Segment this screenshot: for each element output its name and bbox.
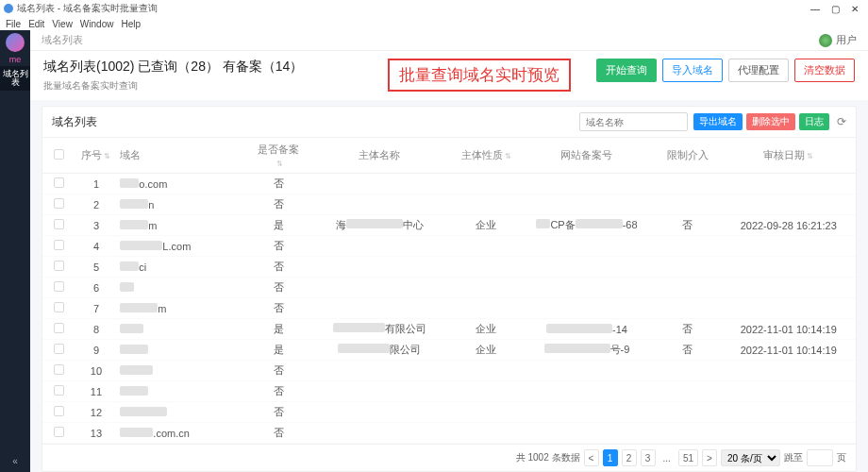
refresh-icon[interactable]: ⟳	[837, 115, 846, 128]
cell-beianno	[520, 298, 654, 319]
cell-beianno: -14	[520, 319, 654, 340]
preview-banner: 批量查询域名实时预览	[388, 59, 571, 92]
cell-zhutiname	[307, 194, 452, 215]
cell-idx: 6	[76, 278, 117, 298]
table-row: 5 ci 否	[42, 257, 856, 278]
row-checkbox[interactable]	[54, 427, 64, 437]
row-checkbox[interactable]	[54, 344, 64, 354]
cell-zhutinature	[453, 381, 520, 402]
cell-restrict	[654, 381, 721, 402]
col-beianno: 网站备案号	[520, 138, 654, 174]
clear-data-button[interactable]: 清空数据	[794, 59, 855, 82]
menu-help[interactable]: Help	[121, 19, 141, 29]
app-logo-icon	[6, 33, 25, 52]
row-checkbox[interactable]	[54, 198, 64, 209]
table-title: 域名列表	[52, 114, 579, 130]
cell-date	[721, 298, 856, 319]
table-row: 6 否	[42, 278, 856, 298]
cell-date: 2022-11-01 10:14:19	[721, 319, 856, 340]
window-max-button[interactable]: ▢	[831, 4, 840, 14]
cell-idx: 8	[76, 319, 117, 340]
import-domain-button[interactable]: 导入域名	[662, 59, 723, 82]
cell-isbeian: 否	[251, 423, 307, 444]
cell-zhutiname	[307, 361, 452, 381]
cell-date	[721, 257, 856, 278]
table-row: 3 m 是 海 中心 企业 CP备 -68 否 2022-09-28 16:21…	[42, 215, 856, 236]
cell-isbeian: 是	[251, 319, 307, 340]
window-min-button[interactable]: —	[810, 4, 820, 14]
log-button[interactable]: 日志	[799, 113, 829, 130]
row-checkbox[interactable]	[54, 385, 64, 396]
row-checkbox[interactable]	[54, 177, 64, 188]
row-checkbox[interactable]	[54, 261, 64, 271]
cell-date	[721, 278, 856, 298]
row-checkbox[interactable]	[54, 240, 64, 250]
col-zhutinature: 主体性质⇅	[453, 138, 520, 174]
cell-date	[721, 381, 856, 402]
window-close-button[interactable]: ✕	[851, 4, 859, 14]
cell-idx: 13	[76, 423, 117, 444]
menu-window[interactable]: Window	[80, 19, 114, 29]
cell-restrict	[654, 361, 721, 381]
menu-edit[interactable]: Edit	[28, 19, 44, 29]
pager-page-1[interactable]: 1	[603, 449, 618, 466]
menu-file[interactable]: File	[6, 19, 21, 29]
cell-beianno	[520, 174, 654, 194]
col-zhutiname: 主体名称	[307, 138, 452, 174]
pager-page-3[interactable]: 3	[641, 449, 656, 466]
row-checkbox[interactable]	[54, 281, 64, 292]
pager-prev[interactable]: <	[584, 449, 599, 466]
cell-domain: m	[116, 298, 250, 319]
table-row: 4 L.com 否	[42, 236, 856, 257]
avatar[interactable]	[819, 34, 832, 47]
cell-beianno	[520, 381, 654, 402]
cell-restrict	[654, 236, 721, 257]
cell-zhutiname: 限公司	[307, 340, 452, 361]
table-row: 2 n 否	[42, 194, 856, 215]
export-domain-button[interactable]: 导出域名	[693, 113, 743, 130]
cell-isbeian: 否	[251, 278, 307, 298]
table-row: 9 是 限公司 企业 号-9 否 2022-11-01 10:14:19	[42, 340, 856, 361]
cell-restrict: 否	[654, 215, 721, 236]
cell-zhutiname	[307, 381, 452, 402]
cell-domain: o.com	[116, 174, 250, 194]
search-input[interactable]	[579, 112, 688, 131]
cell-zhutinature	[453, 278, 520, 298]
row-checkbox[interactable]	[54, 364, 64, 375]
proxy-config-button[interactable]: 代理配置	[728, 59, 789, 82]
row-checkbox[interactable]	[54, 406, 64, 416]
cell-idx: 1	[76, 174, 117, 194]
cell-isbeian: 是	[251, 215, 307, 236]
table-row: 1 o.com 否	[42, 174, 856, 194]
user-label[interactable]: 用户	[836, 33, 857, 47]
cell-zhutinature: 企业	[453, 215, 520, 236]
sidebar-item-domain-list[interactable]: 域名列表	[0, 66, 30, 91]
start-query-button[interactable]: 开始查询	[596, 59, 657, 82]
select-all-checkbox[interactable]	[54, 149, 64, 160]
cell-zhutiname	[307, 402, 452, 423]
pager-next[interactable]: >	[702, 449, 717, 466]
cell-domain	[116, 319, 250, 340]
menu-view[interactable]: View	[52, 19, 73, 29]
delete-selected-button[interactable]: 删除选中	[746, 113, 795, 130]
pager-page-2[interactable]: 2	[622, 449, 637, 466]
cell-zhutiname: 有限公司	[307, 319, 452, 340]
sidebar: me 域名列表 «	[0, 30, 30, 472]
cell-idx: 10	[76, 361, 117, 381]
cell-zhutiname	[307, 174, 452, 194]
cell-zhutinature: 企业	[453, 340, 520, 361]
pager-page-last[interactable]: 51	[678, 449, 698, 466]
cell-date: 2022-11-01 10:14:19	[721, 340, 856, 361]
cell-restrict: 否	[654, 319, 721, 340]
cell-idx: 11	[76, 381, 117, 402]
sidebar-collapse-icon[interactable]: «	[0, 456, 30, 466]
cell-isbeian: 否	[251, 361, 307, 381]
cell-zhutiname	[307, 278, 452, 298]
pager-pagesize-select[interactable]: 20 条/页	[721, 449, 780, 466]
cell-zhutiname	[307, 236, 452, 257]
row-checkbox[interactable]	[54, 323, 64, 333]
pager-goto-input[interactable]	[807, 449, 833, 466]
cell-isbeian: 否	[251, 257, 307, 278]
row-checkbox[interactable]	[54, 219, 64, 229]
row-checkbox[interactable]	[54, 302, 64, 312]
